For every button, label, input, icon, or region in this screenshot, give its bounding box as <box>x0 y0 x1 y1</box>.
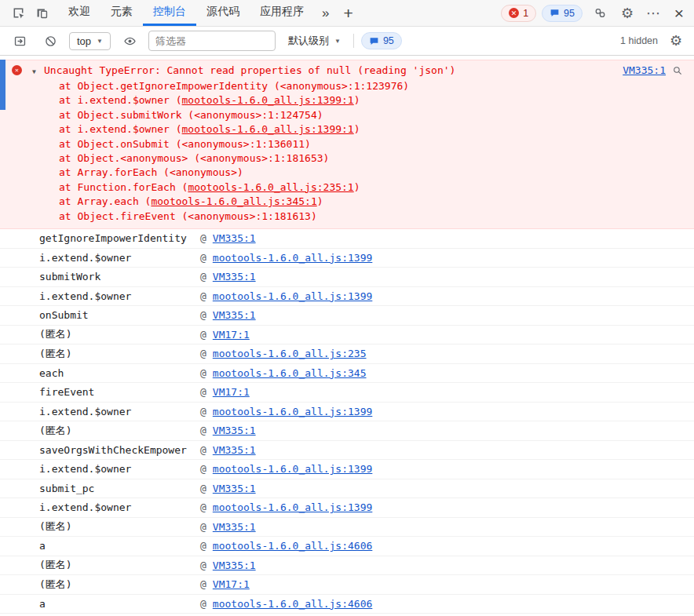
frame-source-link[interactable]: VM17:1 <box>213 386 250 398</box>
frame-source-link[interactable]: VM335:1 <box>213 560 256 571</box>
frame-row: (匿名) @ VM335:1 <box>0 421 694 441</box>
error-source-link[interactable]: VM335:1 <box>623 64 666 78</box>
frame-at-symbol: @ <box>200 425 206 436</box>
tabbar-right: ✕ 1 95 ⚙ ⋯ × <box>501 0 689 26</box>
toolbar-divider <box>353 34 354 48</box>
frame-at-symbol: @ <box>200 463 206 475</box>
frame-source-link[interactable]: mootools-1.6.0_all.js:235 <box>213 348 367 359</box>
live-expression-eye-icon[interactable] <box>118 35 141 48</box>
settings-gear-icon[interactable]: ⚙ <box>617 5 637 22</box>
log-levels-dropdown[interactable]: 默认级别 ▼ <box>283 31 346 50</box>
profiles-icon[interactable] <box>588 6 612 20</box>
frame-function-name: (匿名) <box>39 519 200 534</box>
message-count-badge[interactable]: 95 <box>542 5 583 22</box>
error-circle-icon: ✕ <box>12 65 22 75</box>
frame-source-link[interactable]: VM335:1 <box>213 232 256 244</box>
inspect-element-icon[interactable] <box>6 0 30 26</box>
toolbar-right: 1 hidden ⚙ <box>620 32 686 49</box>
toolbar-message-badge[interactable]: 95 <box>361 32 402 49</box>
console-settings-gear-icon[interactable]: ⚙ <box>666 32 686 49</box>
error-header: ✕ ▼ Uncaught TypeError: Cannot read prop… <box>0 64 686 79</box>
stack-source-link[interactable]: mootools-1.6.0_all.js:235:1 <box>188 181 353 193</box>
frame-source-link[interactable]: VM17:1 <box>213 578 250 590</box>
frame-at-symbol: @ <box>200 271 206 282</box>
stack-text: at Array.forEach (<anonymous>) <box>59 166 243 178</box>
chevron-down-icon: ▼ <box>97 38 103 45</box>
frame-function-name: submit_pc <box>39 483 200 494</box>
message-bubble-icon <box>550 8 560 18</box>
stack-trace-line: at Array.each (mootools-1.6.0_all.js:345… <box>0 195 686 209</box>
context-selector[interactable]: top ▼ <box>69 32 111 50</box>
frame-source-link[interactable]: mootools-1.6.0_all.js:1399 <box>213 252 373 264</box>
frame-source-link[interactable]: VM335:1 <box>213 444 256 456</box>
frame-source-link[interactable]: mootools-1.6.0_all.js:1399 <box>213 406 373 417</box>
frame-row: (匿名) @ mootools-1.6.0_all.js:235 <box>0 344 694 364</box>
filter-input[interactable] <box>148 31 276 51</box>
frame-source-link[interactable]: mootools-1.6.0_all.js:1399 <box>213 501 373 513</box>
stack-source-link[interactable]: mootools-1.6.0_all.js:1399:1 <box>182 94 354 106</box>
console-messages: ✕ ▼ Uncaught TypeError: Cannot read prop… <box>0 56 694 616</box>
tab-3[interactable]: 源代码 <box>196 0 250 26</box>
frame-source-link[interactable]: mootools-1.6.0_all.js:345 <box>213 367 367 379</box>
console-sidebar-icon[interactable] <box>8 35 31 48</box>
add-tab-button[interactable]: + <box>337 0 359 26</box>
stack-source-link[interactable]: mootools-1.6.0_all.js:1399:1 <box>182 123 354 135</box>
more-tabs-chevron[interactable]: » <box>314 0 337 26</box>
tab-2[interactable]: 控制台 <box>143 0 196 26</box>
frame-at-symbol: @ <box>200 309 206 321</box>
frame-row: (匿名) @ VM17:1 <box>0 326 694 345</box>
close-devtools-icon[interactable]: × <box>669 4 689 23</box>
magnifier-icon[interactable] <box>672 65 683 76</box>
stack-trace-line: at Object.getIgnoreImpowerIdentity (<ano… <box>0 79 686 93</box>
frame-source-link[interactable]: VM17:1 <box>213 329 250 341</box>
stack-trace-line: at Object.fireEvent (<anonymous>:1:18161… <box>0 210 686 224</box>
stack-trace-line: at Object.submitWork (<anonymous>:1:1247… <box>0 108 686 122</box>
tab-0[interactable]: 欢迎 <box>58 0 100 26</box>
stack-source-link[interactable]: mootools-1.6.0_all.js:345:1 <box>151 195 316 207</box>
error-count-badge[interactable]: ✕ 1 <box>501 5 536 22</box>
tab-label: 欢迎 <box>68 5 90 19</box>
stack-text: at Object.<anonymous> (<anonymous>:1:181… <box>59 152 329 164</box>
frame-source-link[interactable]: VM335:1 <box>213 521 256 533</box>
frame-function-name: each <box>39 367 200 379</box>
device-toolbar-icon[interactable] <box>30 0 53 26</box>
frame-function-name: (匿名) <box>39 347 200 361</box>
frame-at-symbol: @ <box>200 598 206 610</box>
clear-console-icon[interactable] <box>38 35 62 48</box>
chevron-down-icon: ▼ <box>334 38 341 45</box>
left-scrollbar-thumb[interactable] <box>0 60 5 110</box>
tab-4[interactable]: 应用程序 <box>250 0 314 26</box>
frame-source-link[interactable]: mootools-1.6.0_all.js:1399 <box>213 290 373 302</box>
frame-source-link[interactable]: mootools-1.6.0_all.js:4606 <box>213 598 373 610</box>
tab-1[interactable]: 元素 <box>100 0 143 26</box>
frame-at-symbol: @ <box>200 329 206 341</box>
frame-row: fireEvent @ VM17:1 <box>0 383 694 403</box>
frame-source-link[interactable]: VM335:1 <box>213 483 256 494</box>
error-source: VM335:1 <box>623 64 686 78</box>
more-options-icon[interactable]: ⋯ <box>643 5 663 22</box>
frame-row: (匿名) @ VM335:1 <box>0 556 694 576</box>
frame-row: i.extend.$owner @ mootools-1.6.0_all.js:… <box>0 498 694 518</box>
stack-trace-line: at i.extend.$owner (mootools-1.6.0_all.j… <box>0 122 686 137</box>
stack-text: at Object.fireEvent (<anonymous>:1:18161… <box>59 210 317 222</box>
frame-at-symbol: @ <box>200 483 206 494</box>
frame-source-link[interactable]: VM335:1 <box>213 271 256 282</box>
frame-function-name: i.extend.$owner <box>39 406 200 417</box>
frame-source-link[interactable]: VM335:1 <box>213 309 256 321</box>
frame-function-name: a <box>39 598 200 610</box>
frame-function-name: i.extend.$owner <box>39 501 200 513</box>
error-message-text: Uncaught TypeError: Cannot read properti… <box>44 64 615 78</box>
expand-caret-icon[interactable]: ▼ <box>32 64 42 79</box>
frame-at-symbol: @ <box>200 290 206 302</box>
error-count: 1 <box>523 8 528 19</box>
frame-source-link[interactable]: mootools-1.6.0_all.js:4606 <box>213 540 373 552</box>
frame-at-symbol: @ <box>200 252 206 264</box>
devtools-window: 欢迎元素控制台源代码应用程序 » + ✕ 1 95 ⚙ ⋯ × <box>0 0 694 616</box>
stack-text: at i.extend.$owner ( <box>59 123 182 135</box>
frame-source-link[interactable]: VM335:1 <box>213 425 256 436</box>
frame-row: (匿名) @ VM17:1 <box>0 575 694 595</box>
frame-source-link[interactable]: mootools-1.6.0_all.js:1399 <box>213 463 373 475</box>
log-levels-label: 默认级别 <box>288 34 329 48</box>
message-count: 95 <box>564 8 575 19</box>
stack-trace-line: at Function.forEach (mootools-1.6.0_all.… <box>0 180 686 195</box>
